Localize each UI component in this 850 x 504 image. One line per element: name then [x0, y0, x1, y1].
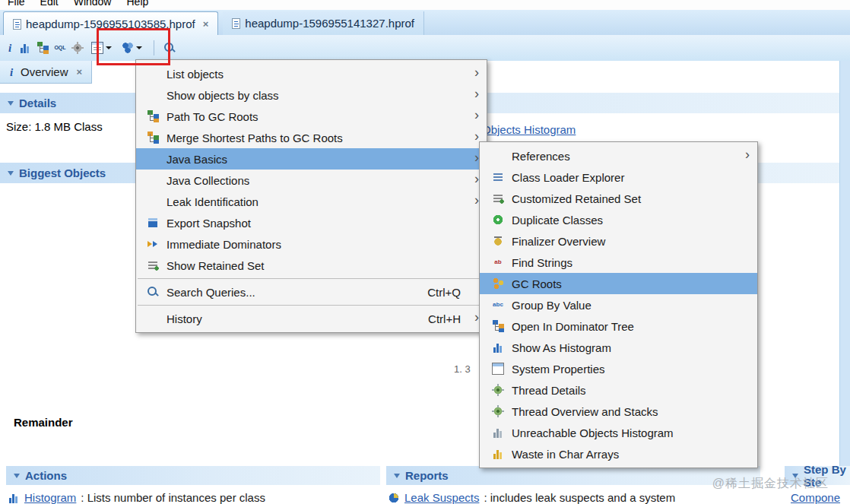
menu-item-label: Java Collections — [167, 174, 482, 187]
find-strings-icon: ab — [492, 256, 504, 268]
menu-item-export-snapshot[interactable]: Export Snapshot — [136, 212, 487, 233]
component-report-line: Compone — [791, 491, 840, 504]
waste-char-arrays-icon — [492, 448, 504, 460]
submenu-item-label: Find Strings — [512, 256, 753, 269]
menu-item-search-queries[interactable]: Search Queries... Ctrl+Q — [136, 281, 487, 303]
menu-item-history[interactable]: History Ctrl+H — [136, 308, 487, 329]
icon-spacer — [147, 68, 159, 80]
info-icon[interactable]: i — [6, 42, 14, 54]
menu-item-merge-shortest-paths[interactable]: Merge Shortest Paths to GC Roots — [136, 127, 487, 148]
merge-paths-icon — [147, 132, 159, 144]
menu-item-show-retained-set[interactable]: Show Retained Set — [136, 255, 487, 276]
submenu-item-label: Finalizer Overview — [512, 235, 753, 248]
oql-icon[interactable]: OQL — [54, 42, 66, 54]
toolbar: i OQL — [0, 35, 850, 62]
view-tab-label: Overview — [21, 65, 68, 78]
close-tab-icon[interactable]: × — [203, 18, 209, 30]
retained-set-icon — [147, 259, 159, 271]
menu-help[interactable]: Help — [126, 0, 148, 8]
icon-spacer — [492, 150, 504, 162]
export-snapshot-icon — [147, 217, 159, 229]
submenu-item-gc-roots[interactable]: GC Roots — [480, 273, 757, 294]
dropdown-caret-icon — [106, 46, 112, 52]
menu-item-label: Leak Identification — [167, 195, 482, 208]
histogram-icon[interactable] — [19, 42, 31, 54]
details-size-text: Size: 1.8 MB Class — [6, 120, 103, 133]
editor-tab-label: heapdump-1596955103585.hprof — [26, 17, 195, 30]
thread-details-icon — [492, 384, 504, 396]
twistie-icon[interactable] — [8, 101, 14, 109]
submenu-item-unreachable-objects-histogram[interactable]: Unreachable Objects Histogram — [480, 422, 757, 443]
editor-tab-heapdump-1[interactable]: heapdump-1596955103585.hprof × — [3, 11, 218, 36]
expert-tests-icon — [122, 42, 134, 54]
section-title: Details — [19, 97, 56, 109]
submenu-item-thread-overview-and-stacks[interactable]: Thread Overview and Stacks — [480, 401, 757, 422]
menu-item-show-objects-by-class[interactable]: Show objects by class — [136, 84, 487, 106]
submenu-item-references[interactable]: References — [480, 145, 757, 166]
menu-item-immediate-dominators[interactable]: Immediate Dominators — [136, 233, 487, 255]
finalizer-icon — [492, 235, 504, 247]
submenu-item-label: Class Loader Explorer — [512, 171, 753, 184]
run-expert-tests-dropdown-button[interactable] — [119, 40, 144, 55]
menu-edit[interactable]: Edit — [40, 0, 59, 8]
close-view-icon[interactable]: × — [77, 66, 83, 78]
submenu-item-thread-details[interactable]: Thread Details — [480, 379, 757, 401]
menu-item-label: Immediate Dominators — [167, 238, 482, 251]
actions-histogram-line: Histogram : Lists number of instances pe… — [8, 491, 265, 504]
histogram-link[interactable]: Histogram — [24, 491, 76, 504]
submenu-item-open-in-dominator-tree[interactable]: Open In Dominator Tree — [480, 315, 757, 337]
reports-leak-suspects-line: Leak Suspects : includes leak suspects a… — [388, 491, 675, 504]
menu-item-leak-identification[interactable]: Leak Identification — [136, 191, 487, 212]
menu-item-list-objects[interactable]: List objects — [136, 63, 487, 84]
leak-suspects-link[interactable]: Leak Suspects — [404, 491, 479, 504]
dominator-tree-icon[interactable] — [36, 42, 49, 54]
gc-roots-icon — [492, 277, 504, 290]
menu-item-shortcut: Ctrl+H — [421, 312, 461, 325]
submenu-item-group-by-value[interactable]: abc Group By Value — [480, 294, 757, 315]
menu-item-java-collections[interactable]: Java Collections — [136, 170, 487, 191]
menu-file[interactable]: File — [8, 0, 25, 8]
twistie-icon[interactable] — [394, 474, 400, 481]
retained-set-icon — [492, 192, 504, 204]
search-icon[interactable] — [163, 42, 176, 54]
submenu-item-label: References — [512, 150, 753, 163]
dropdown-caret-icon — [136, 46, 142, 52]
leak-suspects-description: : includes leak suspects and a system — [484, 491, 675, 504]
menu-item-label: Merge Shortest Paths to GC Roots — [167, 132, 482, 144]
tab-overview[interactable]: i Overview × — [0, 61, 92, 84]
thread-overview-icon[interactable] — [71, 42, 84, 54]
submenu-item-customized-retained-set[interactable]: Customized Retained Set — [480, 188, 757, 209]
submenu-item-duplicate-classes[interactable]: Duplicate Classes — [480, 209, 757, 230]
submenu-item-label: Show As Histogram — [512, 341, 753, 354]
menu-item-shortcut: Ctrl+Q — [421, 286, 461, 299]
leak-suspects-report-icon — [388, 492, 400, 504]
icon-spacer — [147, 153, 159, 165]
query-browser-dropdown-button[interactable] — [89, 40, 114, 55]
submenu-item-finalizer-overview[interactable]: Finalizer Overview — [480, 230, 757, 252]
menu-item-label: Show objects by class — [167, 89, 482, 102]
menu-item-path-to-gc-roots[interactable]: Path To GC Roots — [136, 106, 487, 127]
actions-section-bar[interactable]: Actions — [6, 466, 380, 485]
context-menu: List objects Show objects by class Path … — [135, 59, 487, 333]
editor-tabbar: heapdump-1596955103585.hprof × heapdump-… — [0, 10, 850, 36]
thread-overview-icon — [492, 405, 504, 417]
menu-item-java-basics[interactable]: Java Basics — [136, 148, 487, 170]
icon-spacer — [147, 312, 159, 325]
twistie-icon[interactable] — [14, 474, 20, 481]
icon-spacer — [147, 89, 159, 101]
immediate-dominators-icon — [147, 238, 159, 250]
editor-tab-heapdump-2[interactable]: heapdump-1596955141327.hprof — [223, 11, 424, 35]
watermark: @稀土掘金技术社区 — [712, 476, 829, 492]
submenu-item-show-as-histogram[interactable]: Show As Histogram — [480, 337, 757, 358]
reports-section-bar[interactable]: Reports — [386, 466, 760, 485]
twistie-icon[interactable] — [8, 171, 14, 179]
component-report-link[interactable]: Compone — [791, 491, 840, 504]
submenu-item-class-loader-explorer[interactable]: Class Loader Explorer — [480, 166, 757, 188]
menu-window[interactable]: Window — [74, 0, 112, 8]
submenu-item-waste-in-char-arrays[interactable]: Waste in Char Arrays — [480, 443, 757, 464]
unreachable-histogram-icon — [492, 426, 504, 439]
submenu-item-system-properties[interactable]: System Properties — [480, 358, 757, 379]
toolbar-separator — [154, 40, 154, 55]
submenu-item-find-strings[interactable]: ab Find Strings — [480, 252, 757, 273]
objects-histogram-link[interactable]: Objects Histogram — [482, 123, 576, 136]
